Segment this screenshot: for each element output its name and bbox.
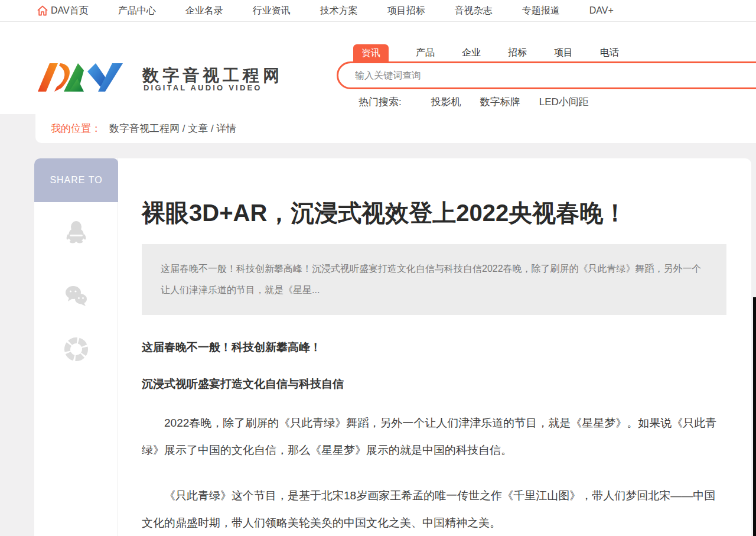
breadcrumb: 我的位置： 数字音视工程网 / 文章 / 详情 [35,114,756,143]
article-card: SHARE TO 裸眼3D+AR，沉浸式视效登上2022央视春晚！ 这届春晚不 [34,158,751,536]
nav-item-project-bids[interactable]: 项目招标 [387,5,425,17]
hot-search-label: 热门搜索: [359,95,402,109]
search-tab-news[interactable]: 资讯 [353,44,389,63]
site-header: 数字音视工程网 DIGITAL AUDIO VIDEO 资讯 产品 企业 招标 … [0,22,756,114]
wechat-icon[interactable] [64,284,89,308]
share-to-header: SHARE TO [34,158,118,202]
article-body: 裸眼3D+AR，沉浸式视效登上2022央视春晚！ 这届春晚不一般！科技创新攀高峰… [142,158,726,536]
article-paragraph-2: 《只此青绿》这个节目，是基于北宋18岁画家王希孟的唯一传世之作《千里江山图》，带… [142,482,726,536]
search-tabs: 资讯 产品 企业 招标 项目 电话 [353,44,619,63]
article-subhead-1: 这届春晚不一般！科技创新攀高峰！ [142,340,726,355]
search-tab-projects[interactable]: 项目 [554,47,573,63]
top-nav: DAV首页 产品中心 企业名录 行业资讯 技术方案 项目招标 音视杂志 专题报道… [0,0,756,22]
share-column: SHARE TO [34,158,118,536]
nav-item-label: DAV首页 [51,5,89,17]
search-tab-bids[interactable]: 招标 [508,47,527,63]
article-paragraph-1: 2022春晚，除了刷屏的《只此青绿》舞蹈，另外一个让人们津津乐道的节目，就是《星… [142,410,726,464]
nav-item-industry-news[interactable]: 行业资讯 [253,5,291,17]
qq-icon[interactable] [64,219,89,243]
search-bar [337,61,756,89]
nav-item-special-reports[interactable]: 专题报道 [522,5,560,17]
nav-item-solutions[interactable]: 技术方案 [320,5,358,17]
home-icon [37,5,48,17]
search-tab-companies[interactable]: 企业 [462,47,481,63]
dav-logo-icon [37,59,134,95]
article-summary: 这届春晚不一般！科技创新攀高峰！沉浸式视听盛宴打造文化自信与科技自信2022春晚… [142,244,726,315]
breadcrumb-label: 我的位置： [51,122,101,135]
article-title: 裸眼3D+AR，沉浸式视效登上2022央视春晚！ [142,197,697,229]
search-tab-phone[interactable]: 电话 [600,47,619,63]
article-subhead-2: 沉浸式视听盛宴打造文化自信与科技自信 [142,376,726,392]
hot-keyword-projector[interactable]: 投影机 [431,95,461,109]
aperture-icon[interactable] [64,337,89,362]
nav-item-dav-plus[interactable]: DAV+ [589,5,614,16]
nav-item-av-magazine[interactable]: 音视杂志 [455,5,493,17]
nav-item-companies[interactable]: 企业名录 [185,5,223,17]
hot-search-row: 热门搜索: 投影机 数字标牌 LED小间距 [359,95,589,109]
logo-subtitle: DIGITAL AUDIO VIDEO [144,83,262,92]
hot-keyword-led[interactable]: LED小间距 [539,95,589,109]
search-tab-products[interactable]: 产品 [416,47,435,63]
hot-keyword-digital-signage[interactable]: 数字标牌 [480,95,520,109]
nav-item-products[interactable]: 产品中心 [118,5,156,17]
scrollbar-thumb[interactable] [753,297,756,536]
search-input[interactable] [355,70,709,81]
breadcrumb-path[interactable]: 数字音视工程网 / 文章 / 详情 [109,122,236,135]
nav-item-home[interactable]: DAV首页 [37,5,89,17]
